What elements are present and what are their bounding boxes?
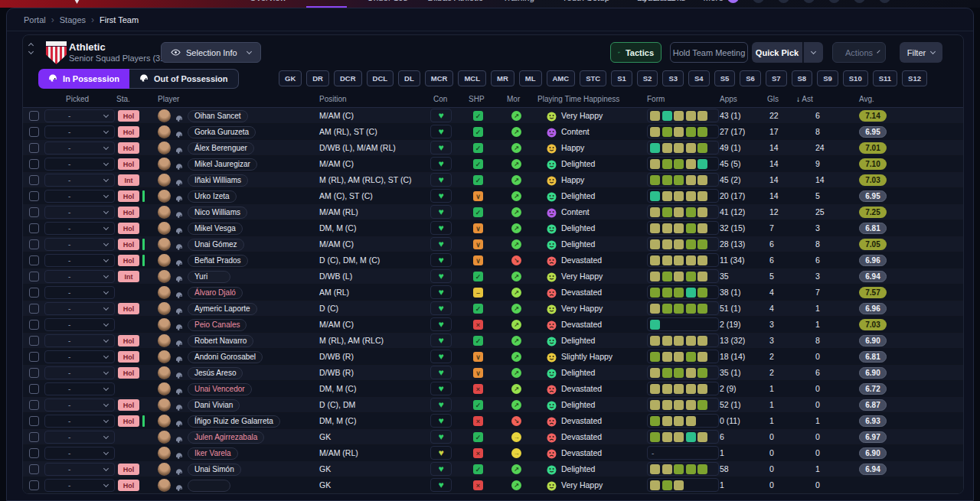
- picked-dropdown[interactable]: -: [44, 415, 115, 428]
- picked-dropdown[interactable]: -: [44, 270, 115, 283]
- nav-item-first-team[interactable]: First Team: [306, 0, 347, 8]
- column-header-mor[interactable]: Mor: [507, 95, 520, 103]
- position-chip-dcr[interactable]: DCR: [334, 70, 362, 86]
- position-chip-dl[interactable]: DL: [398, 70, 420, 86]
- row-checkbox[interactable]: [29, 480, 39, 490]
- player-name[interactable]: Gorka Guruzeta: [188, 126, 256, 138]
- column-header-con[interactable]: Con: [433, 95, 447, 103]
- bookmarks-dropdown[interactable]: Bookmarks: [642, 0, 694, 8]
- column-header-shp[interactable]: SHP: [469, 95, 485, 103]
- picked-dropdown[interactable]: -: [44, 382, 115, 395]
- player-name[interactable]: Álex Berenguer: [188, 142, 254, 155]
- row-checkbox[interactable]: [29, 384, 39, 394]
- nav-item-under-19s[interactable]: Under 19s: [367, 0, 407, 8]
- picked-dropdown[interactable]: -: [44, 174, 115, 187]
- nav-item-bilbao-athletic[interactable]: Bilbao Athletic: [427, 0, 482, 8]
- player-name[interactable]: Oihan Sancet: [188, 110, 248, 122]
- column-header-form[interactable]: Form: [647, 95, 665, 103]
- phone-icon[interactable]: [753, 0, 764, 3]
- position-chip-s2[interactable]: S2: [637, 70, 658, 86]
- picked-dropdown[interactable]: -: [44, 238, 115, 251]
- actions-dropdown[interactable]: Actions: [832, 42, 886, 63]
- nav-item-training[interactable]: Training: [503, 0, 542, 8]
- position-chip-s10[interactable]: S10: [843, 70, 868, 86]
- in-possession-button[interactable]: In Possession: [38, 69, 129, 89]
- row-checkbox[interactable]: [29, 143, 39, 153]
- row-checkbox[interactable]: [29, 127, 39, 137]
- row-checkbox[interactable]: [29, 159, 39, 169]
- tactics-button[interactable]: Tactics: [610, 42, 662, 63]
- picked-dropdown[interactable]: -: [44, 479, 115, 492]
- player-name[interactable]: Unai Vencedor: [188, 383, 252, 395]
- row-checkbox[interactable]: [29, 320, 39, 330]
- pin-icon[interactable]: [854, 0, 865, 3]
- row-checkbox[interactable]: [29, 400, 39, 410]
- position-chip-ml[interactable]: ML: [519, 70, 542, 86]
- out-of-possession-button[interactable]: Out of Possession: [129, 69, 239, 89]
- picked-dropdown[interactable]: -: [44, 334, 115, 347]
- player-name[interactable]: Mikel Jauregizar: [188, 158, 257, 171]
- column-header-ast[interactable]: ↓ Ast: [796, 95, 813, 103]
- picked-dropdown[interactable]: -: [44, 447, 115, 460]
- position-chip-stc[interactable]: STC: [580, 70, 606, 86]
- picked-dropdown[interactable]: -: [44, 350, 115, 363]
- row-checkbox[interactable]: [29, 255, 39, 265]
- position-chip-s1[interactable]: S1: [611, 70, 632, 86]
- position-chip-s11[interactable]: S11: [873, 70, 897, 86]
- position-chip-mcr[interactable]: MCR: [425, 70, 454, 86]
- column-header-picked[interactable]: Picked: [66, 95, 89, 103]
- position-chip-s9[interactable]: S9: [817, 70, 838, 86]
- player-name[interactable]: Aymeric Laporte: [188, 303, 257, 315]
- row-checkbox[interactable]: [29, 336, 39, 346]
- position-chip-amc[interactable]: AMC: [547, 70, 576, 86]
- player-name[interactable]: Yuri: [188, 271, 230, 283]
- row-checkbox[interactable]: [29, 272, 39, 281]
- player-name[interactable]: Íñigo Ruiz de Galarreta: [188, 415, 280, 428]
- player-name[interactable]: Beñat Prados: [188, 255, 248, 267]
- player-name[interactable]: Iker Varela: [188, 447, 238, 460]
- position-chip-dcl[interactable]: DCL: [367, 70, 394, 86]
- nav-item-overview[interactable]: Overview: [250, 0, 286, 8]
- quick-pick-dropdown[interactable]: [803, 42, 823, 63]
- quick-pick-button[interactable]: Quick Pick: [752, 42, 802, 63]
- picked-dropdown[interactable]: -: [44, 206, 115, 219]
- player-name[interactable]: Álvaro Djaló: [188, 287, 243, 299]
- player-name[interactable]: Nico Williams: [188, 207, 247, 219]
- card-icon[interactable]: [778, 0, 789, 3]
- player-name[interactable]: Unai Gómez: [188, 239, 244, 251]
- row-checkbox[interactable]: [29, 288, 39, 298]
- position-chip-s4[interactable]: S4: [688, 70, 710, 86]
- column-header-avg[interactable]: Avg.: [859, 95, 874, 103]
- player-name[interactable]: Mikel Vesga: [188, 223, 243, 235]
- player-name[interactable]: [188, 480, 230, 492]
- nav-item-youth-setup[interactable]: Youth Setup: [562, 0, 617, 8]
- hold-team-meeting-button[interactable]: Hold Team Meeting: [670, 42, 748, 63]
- picked-dropdown[interactable]: -: [44, 125, 115, 138]
- picked-dropdown[interactable]: -: [44, 318, 115, 331]
- row-checkbox[interactable]: [29, 352, 39, 362]
- row-checkbox[interactable]: [29, 175, 39, 185]
- player-name[interactable]: Iñaki Williams: [188, 174, 248, 187]
- row-checkbox[interactable]: [29, 416, 39, 426]
- picked-dropdown[interactable]: -: [44, 109, 115, 122]
- row-checkbox[interactable]: [29, 223, 39, 233]
- player-name[interactable]: Robert Navarro: [188, 335, 253, 347]
- selection-info-dropdown[interactable]: Selection Info: [161, 42, 261, 63]
- picked-dropdown[interactable]: -: [44, 463, 115, 476]
- player-name[interactable]: Andoni Gorosabel: [188, 351, 263, 363]
- position-chip-s6[interactable]: S6: [740, 70, 761, 86]
- player-name[interactable]: Jesús Areso: [188, 367, 243, 379]
- position-chip-s7[interactable]: S7: [766, 70, 787, 86]
- picked-dropdown[interactable]: -: [44, 302, 115, 315]
- calendar-icon[interactable]: [879, 0, 890, 3]
- row-checkbox[interactable]: [29, 111, 39, 121]
- column-header-apps[interactable]: Apps: [720, 95, 737, 103]
- row-checkbox[interactable]: [29, 191, 39, 201]
- row-checkbox[interactable]: [29, 432, 39, 442]
- position-chip-s3[interactable]: S3: [662, 70, 684, 86]
- row-checkbox[interactable]: [29, 448, 39, 458]
- picked-dropdown[interactable]: -: [44, 286, 115, 299]
- column-header-playingtimehappiness[interactable]: Playing Time Happiness: [537, 95, 619, 103]
- row-checkbox[interactable]: [29, 239, 39, 249]
- position-chip-s5[interactable]: S5: [714, 70, 736, 86]
